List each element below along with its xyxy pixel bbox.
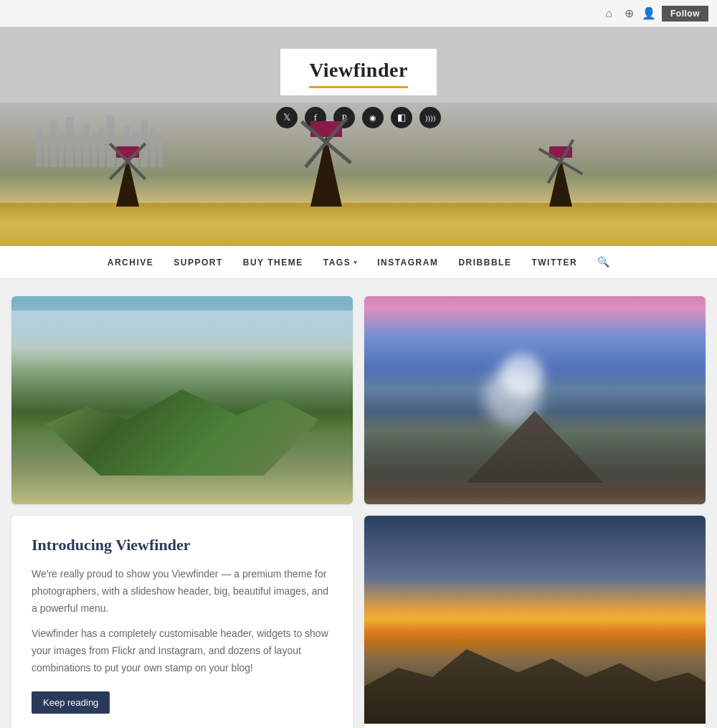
top-bar: ⌂ ⊕ 👤 Follow xyxy=(0,0,717,27)
keep-reading-button[interactable]: Keep reading xyxy=(32,691,110,714)
nav-support[interactable]: SUPPORT xyxy=(174,257,223,268)
main-content: Introducing Viewfinder We're really prou… xyxy=(0,296,717,728)
site-title-box: Viewfinder xyxy=(280,49,437,95)
nav-tags[interactable]: TAGS xyxy=(323,257,351,268)
nav-dribbble[interactable]: DRIBBBLE xyxy=(458,257,511,268)
social-icons: 𝕏 f P ◉ ◧ )))) xyxy=(276,107,441,128)
nav-archive[interactable]: ARCHIVE xyxy=(108,257,154,268)
site-title: Viewfinder xyxy=(309,59,408,82)
post-card-sunset xyxy=(364,516,706,728)
windmill-center xyxy=(308,135,344,207)
social-instagram[interactable]: ◧ xyxy=(391,107,412,128)
windmill-left xyxy=(115,156,141,207)
social-twitter[interactable]: 𝕏 xyxy=(276,107,298,128)
plus-icon[interactable]: ⊕ xyxy=(622,6,636,21)
mountain-image xyxy=(11,296,353,504)
tags-dropdown-arrow[interactable]: ▾ xyxy=(353,258,357,266)
social-dribbble[interactable]: ◉ xyxy=(362,107,384,128)
post-body-1: We're really proud to show you Viewfinde… xyxy=(32,566,333,617)
post-text-card: Introducing Viewfinder We're really prou… xyxy=(11,516,353,728)
volcano-image xyxy=(364,296,706,504)
social-rss[interactable]: )))) xyxy=(419,107,441,128)
post-title: Introducing Viewfinder xyxy=(32,536,333,554)
main-nav: ARCHIVE SUPPORT BUY THEME TAGS ▾ INSTAGR… xyxy=(0,246,717,279)
post-card-mountain xyxy=(11,296,353,504)
post-body-2: Viewfinder has a completely customisable… xyxy=(32,625,333,676)
title-underline xyxy=(309,86,408,88)
field xyxy=(0,203,717,246)
nav-buy-theme[interactable]: BUY THEME xyxy=(243,257,303,268)
home-icon[interactable]: ⌂ xyxy=(602,6,616,21)
sunset-image xyxy=(364,516,706,724)
windmill-right xyxy=(548,156,574,207)
nav-instagram[interactable]: INSTAGRAM xyxy=(377,257,438,268)
nav-tags-container: TAGS ▾ xyxy=(323,257,357,268)
site-header: Viewfinder 𝕏 f P ◉ ◧ )))) xyxy=(0,27,717,246)
follow-button[interactable]: Follow xyxy=(662,6,708,22)
nav-twitter[interactable]: TWITTER xyxy=(531,257,577,268)
search-icon[interactable]: 🔍 xyxy=(597,256,609,268)
user-icon[interactable]: 👤 xyxy=(642,6,656,21)
post-card-volcano xyxy=(364,296,706,504)
